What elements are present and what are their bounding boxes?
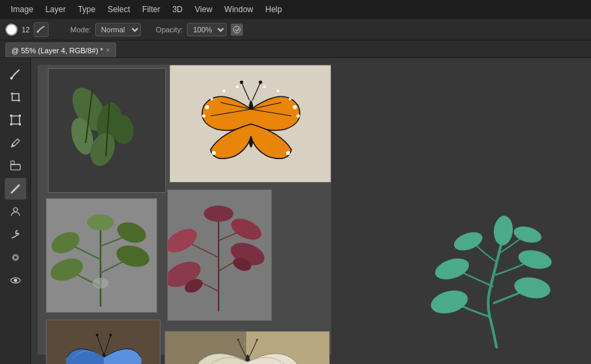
svg-point-41 — [277, 90, 279, 92]
tab-label: @ 55% (Layer 4, RGB/8#) * — [11, 47, 103, 55]
brush-size-num: 12 — [22, 26, 30, 34]
image-dark-leaves — [48, 68, 166, 193]
svg-point-31 — [205, 105, 209, 109]
svg-point-38 — [223, 90, 225, 92]
canvas-area[interactable] — [31, 58, 591, 364]
svg-point-76 — [109, 334, 112, 336]
menu-image[interactable]: Image — [5, 2, 38, 17]
svg-point-89 — [517, 247, 553, 272]
toolspanel — [0, 58, 31, 364]
tab-close-button[interactable]: × — [106, 47, 110, 54]
svg-point-33 — [293, 105, 297, 109]
image-green-leaves — [46, 198, 157, 313]
svg-point-56 — [92, 278, 109, 289]
svg-point-40 — [289, 98, 291, 100]
svg-point-92 — [492, 216, 514, 246]
svg-point-87 — [513, 275, 552, 301]
smudge-tool-btn[interactable] — [5, 224, 26, 245]
paintbrush-tool-btn[interactable] — [5, 178, 26, 200]
menu-3d[interactable]: 3D — [167, 2, 188, 17]
svg-point-0 — [37, 30, 39, 32]
image-butterfly-monarch — [169, 65, 331, 183]
svg-point-88 — [432, 255, 472, 284]
svg-rect-4 — [10, 115, 12, 117]
svg-point-35 — [212, 151, 216, 155]
clone-tool-btn[interactable] — [5, 201, 26, 222]
svg-point-36 — [286, 151, 290, 155]
svg-rect-10 — [11, 161, 14, 164]
svg-rect-5 — [19, 115, 21, 117]
svg-rect-3 — [11, 116, 20, 124]
svg-point-12 — [13, 208, 18, 212]
svg-point-90 — [451, 229, 485, 254]
mode-label: Mode: — [70, 26, 91, 34]
svg-point-37 — [210, 98, 213, 100]
image-blue-butterfly — [46, 320, 161, 364]
menu-filter[interactable]: Filter — [137, 2, 166, 17]
svg-point-55 — [87, 214, 114, 231]
menu-view[interactable]: View — [190, 2, 218, 17]
image-white-moth — [165, 331, 330, 364]
svg-point-75 — [96, 334, 98, 336]
tabbar: @ 55% (Layer 4, RGB/8#) * × — [0, 40, 591, 58]
svg-point-85 — [256, 339, 258, 341]
crop-tool-btn[interactable] — [5, 86, 26, 108]
svg-rect-6 — [10, 123, 12, 125]
optionsbar: 12 Mode: Normal Multiply Screen Overlay … — [0, 19, 591, 40]
menu-layer[interactable]: Layer — [40, 2, 71, 17]
svg-point-42 — [263, 86, 266, 88]
menubar: Image Layer Type Select Filter 3D View W… — [0, 0, 591, 19]
opacity-select[interactable]: 100% 75% 50% 25% — [187, 23, 227, 36]
svg-point-43 — [240, 81, 244, 84]
svg-point-84 — [237, 339, 240, 341]
svg-point-14 — [14, 256, 17, 259]
svg-rect-7 — [19, 123, 21, 125]
blob-tool-btn[interactable] — [5, 247, 26, 268]
eyedropper-tool-btn[interactable] — [5, 132, 26, 154]
svg-point-16 — [13, 279, 17, 282]
pressure-icon[interactable] — [231, 24, 243, 36]
opacity-label: Opacity: — [156, 26, 183, 34]
eraser-tool-btn[interactable] — [5, 155, 26, 177]
menu-select[interactable]: Select — [102, 2, 135, 17]
plant-illustration — [422, 216, 571, 351]
svg-point-86 — [428, 286, 470, 317]
menu-window[interactable]: Window — [219, 2, 259, 17]
mode-select[interactable]: Normal Multiply Screen Overlay — [95, 23, 141, 36]
menu-help[interactable]: Help — [260, 2, 287, 17]
doc-canvas — [38, 65, 331, 355]
svg-point-2 — [10, 77, 13, 80]
menu-type[interactable]: Type — [72, 2, 101, 17]
image-red-leaves — [167, 189, 272, 321]
eye-tool-btn[interactable] — [5, 270, 26, 291]
svg-point-11 — [11, 191, 13, 193]
transform-tool-btn[interactable] — [5, 109, 26, 131]
brush-tool-btn[interactable] — [5, 63, 26, 85]
svg-point-34 — [297, 115, 300, 118]
svg-point-39 — [236, 86, 239, 88]
svg-point-67 — [204, 206, 233, 222]
svg-point-32 — [202, 115, 206, 118]
svg-point-1 — [233, 26, 240, 33]
svg-rect-8 — [11, 164, 20, 170]
brush-settings-icon[interactable] — [34, 22, 49, 37]
svg-point-44 — [259, 81, 262, 84]
document-tab[interactable]: @ 55% (Layer 4, RGB/8#) * × — [5, 42, 116, 57]
brush-preview — [5, 24, 18, 36]
